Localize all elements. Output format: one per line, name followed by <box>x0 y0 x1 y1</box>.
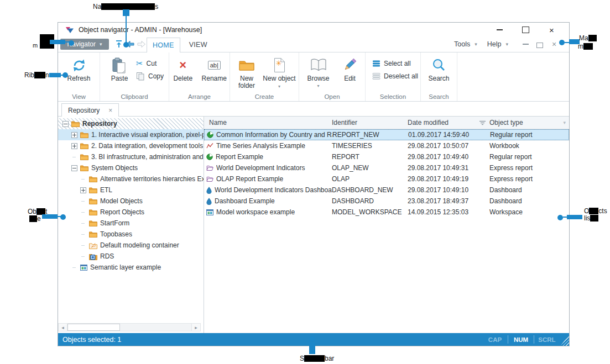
table-row[interactable]: Time Series Analysis ExampleTIMESERIES29… <box>204 140 569 151</box>
navigator-menu-button[interactable]: Navigator ▾ <box>60 39 109 50</box>
tools-menu-label: Tools <box>454 40 470 48</box>
delete-button[interactable]: × Delete <box>169 55 197 82</box>
tree-item[interactable]: 1. Interactive visual exploration, pixel… <box>58 129 204 140</box>
dashboard-icon <box>206 198 212 205</box>
refresh-button[interactable]: Refresh <box>67 55 90 82</box>
cell-date-modified: 29.08.2017 10:49:10 <box>408 186 489 194</box>
tree-item[interactable]: Repository <box>58 118 204 129</box>
restore-button[interactable] <box>533 41 547 48</box>
folder-icon <box>89 231 97 238</box>
column-header-identifier[interactable]: Identifier <box>332 119 408 126</box>
tab-view[interactable]: VIEW <box>184 38 213 52</box>
callout-label: Ma <box>579 34 597 42</box>
delete-label: Delete <box>173 75 192 82</box>
cell-name: World Development Indicators Dashboard <box>204 186 332 194</box>
select-all-label: Select all <box>384 60 411 67</box>
deselect-all-button[interactable]: Deselect all <box>372 70 420 82</box>
help-menu[interactable]: Help ▾ <box>487 40 508 48</box>
rename-icon: ab| <box>208 61 221 70</box>
tree-item[interactable]: 3. BI infrastructure, administration and… <box>58 151 204 162</box>
delete-icon: × <box>179 59 186 71</box>
tree-item[interactable]: Model Objects <box>58 196 204 207</box>
folder-icon <box>80 154 88 160</box>
expand-icon[interactable] <box>71 143 77 149</box>
browse-button[interactable]: Browse ▾ <box>302 55 335 88</box>
column-header-name[interactable]: Name <box>204 119 332 126</box>
forward-button[interactable] <box>135 39 147 49</box>
table-row[interactable]: World Development IndicatorsOLAP_NEW29.0… <box>204 162 569 173</box>
table-row[interactable]: Dashboard ExampleDASHBOARD23.08.2017 18:… <box>204 196 569 207</box>
resize-grip[interactable] <box>560 333 569 346</box>
cell-identifier: MODEL_WORKSPACE <box>332 208 408 216</box>
menu-row: Navigator ▾ HOME VIEW <box>58 37 569 52</box>
object-name: Model workspace example <box>216 208 295 216</box>
cell-identifier: REPORT <box>332 153 408 161</box>
table-row[interactable]: Model workspace exampleMODEL_WORKSPACE14… <box>204 207 569 218</box>
new-folder-button[interactable]: New folder <box>233 55 260 90</box>
scroll-right-button[interactable]: ▸ <box>191 324 200 331</box>
scroll-left-button[interactable]: ◂ <box>59 324 67 331</box>
up-level-button[interactable] <box>113 39 124 49</box>
callout-marker-dot <box>557 215 563 220</box>
rename-button[interactable]: ab| Rename <box>199 55 230 82</box>
minimize-button[interactable] <box>487 24 513 36</box>
help-menu-label: Help <box>487 40 502 48</box>
tree-item[interactable]: System Objects <box>58 162 204 173</box>
search-button[interactable]: Search <box>425 55 453 82</box>
tree-item-label: Topobases <box>100 230 132 238</box>
expand-icon[interactable] <box>80 187 86 193</box>
expand-icon[interactable] <box>71 132 77 138</box>
tree-item-label: Semantic layer example <box>90 263 161 271</box>
workbook-icon <box>206 143 213 149</box>
edit-button[interactable]: Edit <box>337 55 363 88</box>
table-row[interactable]: OLAP Report ExampleOLAP29.08.2017 10:49:… <box>204 173 569 184</box>
copy-button[interactable]: Copy <box>136 70 164 82</box>
column-header-date-modified[interactable]: Date modified <box>408 119 489 126</box>
paste-button[interactable]: Paste <box>105 55 134 82</box>
group-label-view: View <box>58 93 100 100</box>
close-button[interactable]: × <box>539 24 565 36</box>
filter-icon[interactable] <box>479 120 486 126</box>
new-folder-icon <box>238 59 255 72</box>
tree-item[interactable]: Default modeling container <box>58 240 204 251</box>
column-header-object-type[interactable]: Object type ▾ <box>489 119 569 126</box>
tools-menu[interactable]: Tools ▾ <box>454 40 477 48</box>
minimize-ribbon-button[interactable] <box>518 44 533 45</box>
column-menu-icon[interactable]: ▾ <box>563 120 566 125</box>
cut-button[interactable]: ✂ Cut <box>136 57 164 69</box>
collapse-icon[interactable] <box>71 165 77 171</box>
tree-item[interactable]: StartForm <box>58 218 204 229</box>
collapse-icon[interactable] <box>62 121 69 127</box>
cell-object-type: Express report <box>489 164 569 172</box>
tab-repository[interactable]: Repository × <box>61 103 119 117</box>
new-object-button[interactable]: ✳ New object ▾ <box>263 55 296 90</box>
tree-item[interactable]: Topobases <box>58 229 204 240</box>
tree-item[interactable]: Report Objects <box>58 207 204 218</box>
cell-date-modified: 01.09.2017 14:59:40 <box>408 131 490 139</box>
tree-item[interactable]: 2. Data integration, development tools a <box>58 140 204 151</box>
maximize-button[interactable] <box>513 24 539 36</box>
tree-horizontal-scrollbar[interactable]: ◂ ▸ <box>58 323 201 331</box>
scrollbar-thumb[interactable] <box>67 324 120 331</box>
tree-item[interactable]: Semantic layer example <box>58 262 204 273</box>
deselect-all-label: Deselect all <box>384 72 418 80</box>
tree-item-label: StartForm <box>100 219 129 227</box>
tree-item[interactable]: ETL <box>58 184 204 196</box>
cell-name: Report Example <box>204 153 332 161</box>
folder-icon <box>89 187 97 193</box>
cell-name: Model workspace example <box>204 208 332 216</box>
callout-connector <box>50 40 65 44</box>
object-name: Dashboard Example <box>215 197 275 205</box>
folder-icon <box>80 143 88 149</box>
tab-close-icon[interactable]: × <box>108 107 112 114</box>
cell-identifier: REPORT_NEW <box>332 131 408 139</box>
table-row[interactable]: World Development Indicators DashboardDA… <box>204 184 569 196</box>
table-row[interactable]: Report ExampleREPORT29.08.2017 10:49:40R… <box>204 151 569 162</box>
tree-item[interactable]: RDS <box>58 251 204 262</box>
tree-item[interactable]: Alternative territories hierarchies Exam <box>58 173 204 184</box>
table-row[interactable]: Common Information by Country and Ra...R… <box>204 129 569 140</box>
select-all-button[interactable]: Select all <box>372 57 420 69</box>
ribbon-group-create: New folder ✳ New object ▾ Create <box>230 52 299 101</box>
tab-home[interactable]: HOME <box>147 38 180 52</box>
ribbon-group-arrange: × Delete ab| Rename Arrange <box>169 52 230 101</box>
